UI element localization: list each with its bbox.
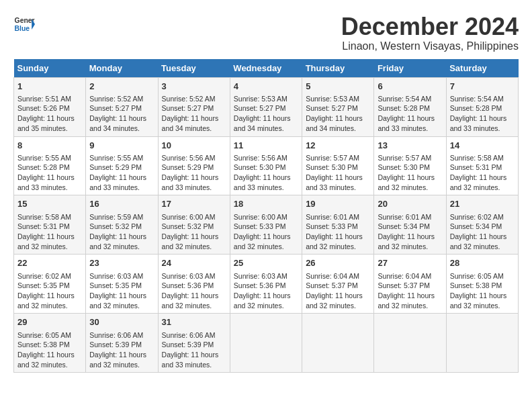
table-row: 6Sunrise: 5:54 AMSunset: 5:28 PMDaylight… — [374, 77, 446, 136]
calendar-table: Sunday Monday Tuesday Wednesday Thursday… — [13, 59, 519, 373]
table-row: 30Sunrise: 6:06 AMSunset: 5:39 PMDayligh… — [86, 314, 158, 373]
logo-icon: General Blue — [13, 13, 35, 35]
table-row: 27Sunrise: 6:04 AMSunset: 5:37 PMDayligh… — [374, 255, 446, 314]
table-row: 19Sunrise: 6:01 AMSunset: 5:33 PMDayligh… — [302, 195, 374, 255]
col-tuesday: Tuesday — [158, 59, 230, 78]
table-row: 7Sunrise: 5:54 AMSunset: 5:28 PMDaylight… — [446, 77, 518, 136]
table-row — [302, 314, 374, 373]
table-row: 14Sunrise: 5:58 AMSunset: 5:31 PMDayligh… — [446, 136, 518, 195]
table-row: 22Sunrise: 6:02 AMSunset: 5:35 PMDayligh… — [14, 255, 86, 314]
table-row: 26Sunrise: 6:04 AMSunset: 5:37 PMDayligh… — [302, 255, 374, 314]
header: General Blue December 2024 Linaon, Weste… — [13, 13, 519, 52]
table-row — [446, 314, 518, 373]
header-row: Sunday Monday Tuesday Wednesday Thursday… — [14, 59, 519, 78]
table-row — [374, 314, 446, 373]
table-row: 20Sunrise: 6:01 AMSunset: 5:34 PMDayligh… — [374, 195, 446, 255]
col-saturday: Saturday — [446, 59, 518, 78]
col-friday: Friday — [374, 59, 446, 78]
table-row: 5Sunrise: 5:53 AMSunset: 5:27 PMDaylight… — [302, 77, 374, 136]
table-row: 18Sunrise: 6:00 AMSunset: 5:33 PMDayligh… — [230, 195, 302, 255]
logo: General Blue — [13, 13, 35, 35]
table-row: 9Sunrise: 5:55 AMSunset: 5:29 PMDaylight… — [86, 136, 158, 195]
table-row: 24Sunrise: 6:03 AMSunset: 5:36 PMDayligh… — [158, 255, 230, 314]
table-row: 28Sunrise: 6:05 AMSunset: 5:38 PMDayligh… — [446, 255, 518, 314]
table-row: 16Sunrise: 5:59 AMSunset: 5:32 PMDayligh… — [86, 195, 158, 255]
main-title: December 2024 — [341, 13, 519, 40]
table-row: 25Sunrise: 6:03 AMSunset: 5:36 PMDayligh… — [230, 255, 302, 314]
subtitle: Linaon, Western Visayas, Philippines — [341, 40, 519, 52]
table-row: 31Sunrise: 6:06 AMSunset: 5:39 PMDayligh… — [158, 314, 230, 373]
table-row: 1Sunrise: 5:51 AMSunset: 5:26 PMDaylight… — [14, 77, 86, 136]
table-row: 23Sunrise: 6:03 AMSunset: 5:35 PMDayligh… — [86, 255, 158, 314]
col-thursday: Thursday — [302, 59, 374, 78]
table-row: 12Sunrise: 5:57 AMSunset: 5:30 PMDayligh… — [302, 136, 374, 195]
col-wednesday: Wednesday — [230, 59, 302, 78]
title-area: December 2024 Linaon, Western Visayas, P… — [341, 13, 519, 52]
svg-text:Blue: Blue — [15, 25, 30, 32]
table-row: 13Sunrise: 5:57 AMSunset: 5:30 PMDayligh… — [374, 136, 446, 195]
table-row: 10Sunrise: 5:56 AMSunset: 5:29 PMDayligh… — [158, 136, 230, 195]
table-row: 11Sunrise: 5:56 AMSunset: 5:30 PMDayligh… — [230, 136, 302, 195]
table-row: 3Sunrise: 5:52 AMSunset: 5:27 PMDaylight… — [158, 77, 230, 136]
table-row — [230, 314, 302, 373]
col-monday: Monday — [86, 59, 158, 78]
col-sunday: Sunday — [14, 59, 86, 78]
table-row: 2Sunrise: 5:52 AMSunset: 5:27 PMDaylight… — [86, 77, 158, 136]
table-row: 4Sunrise: 5:53 AMSunset: 5:27 PMDaylight… — [230, 77, 302, 136]
table-row: 15Sunrise: 5:58 AMSunset: 5:31 PMDayligh… — [14, 195, 86, 255]
table-row: 21Sunrise: 6:02 AMSunset: 5:34 PMDayligh… — [446, 195, 518, 255]
table-row: 8Sunrise: 5:55 AMSunset: 5:28 PMDaylight… — [14, 136, 86, 195]
table-row: 17Sunrise: 6:00 AMSunset: 5:32 PMDayligh… — [158, 195, 230, 255]
table-row: 29Sunrise: 6:05 AMSunset: 5:38 PMDayligh… — [14, 314, 86, 373]
